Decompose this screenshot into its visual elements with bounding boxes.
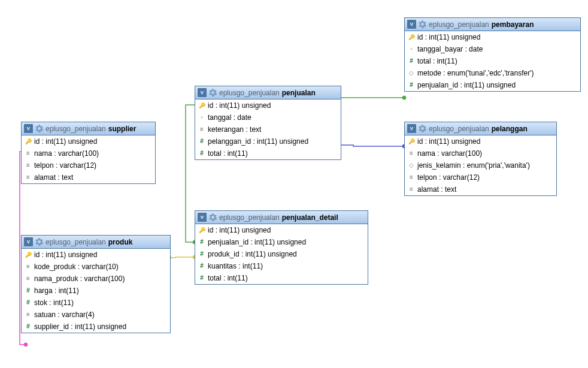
column-label: id : int(11) unsigned — [417, 33, 480, 41]
column-label: telpon : varchar(12) — [34, 161, 96, 170]
pk-icon: 🔑 — [408, 138, 414, 144]
column-row[interactable]: ◇metode : enum('tunai','edc','transfer') — [405, 67, 580, 79]
column-row[interactable]: #total : int(11) — [195, 147, 341, 159]
column-row[interactable]: ▫tanggal_bayar : date — [405, 43, 580, 55]
table-pembayaran[interactable]: Veplusgo_penjualanpembayaran🔑id : int(11… — [404, 17, 581, 92]
column-row[interactable]: #harga : int(11) — [22, 285, 170, 297]
pk-icon: 🔑 — [199, 227, 205, 233]
column-row[interactable]: 🔑id : int(11) unsigned — [195, 224, 368, 236]
text-icon: ≡ — [25, 312, 31, 318]
schema-name: eplusgo_penjualan — [219, 213, 280, 222]
column-row[interactable]: ≡nama : varchar(100) — [22, 147, 155, 159]
column-row[interactable]: ≡telpon : varchar(12) — [22, 159, 155, 171]
column-row[interactable]: #produk_id : int(11) unsigned — [195, 248, 368, 260]
table-header-penjualan[interactable]: Veplusgo_penjualanpenjualan — [195, 86, 341, 99]
column-label: id : int(11) unsigned — [208, 101, 271, 110]
column-row[interactable]: ≡keterangan : text — [195, 123, 341, 135]
text-icon: ≡ — [408, 186, 414, 192]
column-row[interactable]: ≡telpon : varchar(12) — [405, 171, 556, 183]
num-icon: # — [25, 324, 31, 330]
table-title: pelanggan — [492, 125, 528, 133]
column-label: kode_produk : varchar(10) — [34, 263, 119, 271]
table-penjualan[interactable]: Veplusgo_penjualanpenjualan🔑id : int(11)… — [195, 86, 341, 160]
column-row[interactable]: ≡kode_produk : varchar(10) — [22, 261, 170, 273]
num-icon: # — [199, 150, 205, 156]
gear-icon[interactable] — [209, 89, 217, 96]
column-row[interactable]: #supplier_id : int(11) unsigned — [22, 321, 170, 333]
column-label: nama : varchar(100) — [34, 149, 99, 158]
table-penjualan_detail[interactable]: Veplusgo_penjualanpenjualan_detail🔑id : … — [195, 210, 368, 285]
gear-icon[interactable] — [419, 20, 426, 28]
column-row[interactable]: ▫tanggal : date — [195, 111, 341, 123]
column-label: stok : int(11) — [34, 298, 74, 307]
column-label: penjualan_id : int(11) unsigned — [208, 238, 306, 246]
column-row[interactable]: 🔑id : int(11) unsigned — [22, 135, 155, 147]
column-row[interactable]: #total : int(11) — [405, 55, 580, 67]
column-row[interactable]: ≡alamat : text — [405, 183, 556, 195]
column-row[interactable]: ◇jenis_kelamin : enum('pria','wanita') — [405, 159, 556, 171]
table-header-supplier[interactable]: Veplusgo_penjualansupplier — [22, 122, 155, 135]
column-row[interactable]: 🔑id : int(11) unsigned — [22, 249, 170, 261]
view-icon[interactable]: V — [407, 20, 416, 29]
column-label: produk_id : int(11) unsigned — [208, 250, 297, 258]
gear-icon[interactable] — [35, 125, 43, 132]
date-icon: ▫ — [199, 114, 205, 120]
view-icon[interactable]: V — [198, 88, 207, 97]
relation-line — [338, 145, 404, 146]
table-produk[interactable]: Veplusgo_penjualanproduk🔑id : int(11) un… — [21, 235, 171, 333]
column-label: id : int(11) unsigned — [417, 137, 480, 146]
column-row[interactable]: #pelanggan_id : int(11) unsigned — [195, 135, 341, 147]
column-row[interactable]: ≡alamat : text — [22, 171, 155, 183]
view-icon[interactable]: V — [24, 124, 33, 133]
table-header-pelanggan[interactable]: Veplusgo_penjualanpelanggan — [405, 122, 556, 135]
column-row[interactable]: #kuantitas : int(11) — [195, 260, 368, 272]
relation-endpoint — [24, 343, 28, 346]
schema-name: eplusgo_penjualan — [46, 125, 106, 133]
table-pelanggan[interactable]: Veplusgo_penjualanpelanggan🔑id : int(11)… — [404, 122, 557, 196]
column-row[interactable]: 🔑id : int(11) unsigned — [195, 99, 341, 111]
table-supplier[interactable]: Veplusgo_penjualansupplier🔑id : int(11) … — [21, 122, 156, 184]
gear-icon[interactable] — [35, 238, 43, 246]
view-icon[interactable]: V — [24, 237, 33, 246]
table-header-penjualan_detail[interactable]: Veplusgo_penjualanpenjualan_detail — [195, 211, 368, 224]
column-label: satuan : varchar(4) — [34, 310, 95, 319]
column-row[interactable]: #stok : int(11) — [22, 297, 170, 309]
gear-icon[interactable] — [209, 213, 217, 221]
column-row[interactable]: 🔑id : int(11) unsigned — [405, 135, 556, 147]
gear-icon[interactable] — [419, 125, 426, 132]
table-header-produk[interactable]: Veplusgo_penjualanproduk — [22, 236, 170, 249]
num-icon: # — [199, 239, 205, 245]
view-icon[interactable]: V — [198, 213, 207, 222]
text-icon: ≡ — [25, 150, 31, 156]
column-label: harga : int(11) — [34, 286, 79, 295]
relation-endpoint — [402, 96, 406, 99]
num-icon: # — [199, 251, 205, 257]
text-icon: ≡ — [25, 162, 31, 168]
column-label: penjualan_id : int(11) unsigned — [417, 81, 516, 89]
column-row[interactable]: 🔑id : int(11) unsigned — [405, 31, 580, 43]
column-label: total : int(11) — [417, 57, 457, 65]
table-title: supplier — [108, 125, 137, 133]
text-icon: ≡ — [199, 126, 205, 132]
schema-name: eplusgo_penjualan — [429, 20, 489, 29]
column-row[interactable]: #total : int(11) — [195, 272, 368, 284]
table-header-pembayaran[interactable]: Veplusgo_penjualanpembayaran — [405, 18, 580, 31]
column-label: metode : enum('tunai','edc','transfer') — [417, 69, 534, 77]
column-label: alamat : text — [417, 185, 456, 194]
column-label: id : int(11) unsigned — [34, 137, 97, 146]
column-row[interactable]: ≡nama_produk : varchar(100) — [22, 273, 170, 285]
num-icon: # — [408, 58, 414, 64]
column-row[interactable]: #penjualan_id : int(11) unsigned — [405, 79, 580, 91]
column-label: total : int(11) — [208, 274, 248, 282]
column-label: nama : varchar(100) — [417, 149, 482, 158]
column-label: supplier_id : int(11) unsigned — [34, 322, 126, 331]
column-row[interactable]: ≡nama : varchar(100) — [405, 147, 556, 159]
view-icon[interactable]: V — [407, 124, 416, 133]
column-label: nama_produk : varchar(100) — [34, 275, 125, 283]
column-row[interactable]: #penjualan_id : int(11) unsigned — [195, 236, 368, 248]
text-icon: ≡ — [408, 150, 414, 156]
pk-icon: 🔑 — [25, 252, 31, 258]
column-row[interactable]: ≡satuan : varchar(4) — [22, 309, 170, 321]
num-icon: # — [199, 138, 205, 144]
column-label: kuantitas : int(11) — [208, 262, 263, 270]
